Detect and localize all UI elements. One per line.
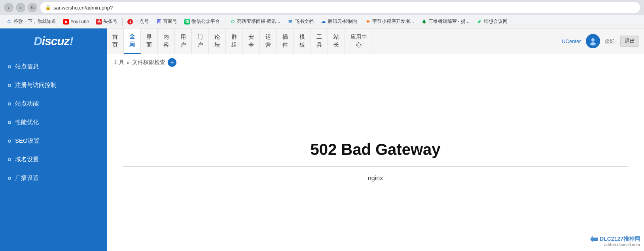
bookmark-sanweishu[interactable]: 🌲 三维树训练营 · 提... [418,17,473,26]
bookmark-huixiang[interactable]: 🖌 绘想会议网 [474,17,511,26]
google-icon: G [6,19,12,25]
bookmark-tencent-label: 腾讯云-控制台 [328,18,358,25]
bookmark-yidian[interactable]: 1 一点号 [124,17,152,26]
bookmark-tencent[interactable]: ☁ 腾讯云-控制台 [318,17,361,26]
sidebar-item-site-info[interactable]: 站点信息 [0,57,107,76]
bookmark-toutiao-label: 头条号 [103,18,117,25]
admin-body: 站点信息 注册与访问控制 站点功能 性能优化 SEO设置 域名设置 [0,54,644,251]
greeting-text: 您好, [605,38,616,45]
sidebar-item-register[interactable]: 注册与访问控制 [0,76,107,94]
sidebar-item-functions[interactable]: 站点功能 [0,94,107,113]
nav-right: UCenter 您好, 退出 [557,28,644,54]
browser-chrome: ‹ › ↻ 🔒 sanweishu.cn/admin.php? [0,0,644,15]
bytedance-icon: ❋ [365,19,371,25]
sidebar-label-site-info: 站点信息 [15,63,39,70]
bookmark-feishu[interactable]: ✉ 飞书文档 [284,17,317,26]
feishu-icon: ✉ [288,19,293,25]
sidebar-label-seo: SEO设置 [15,137,40,145]
breadcrumb-current: 文件权限检查 [132,59,165,66]
tab-template[interactable]: 模板 [294,28,311,54]
error-server: nginx [368,175,383,182]
sidebar-dot [8,177,11,180]
toutiao-icon: 头 [96,19,102,25]
tab-global[interactable]: 全局 [124,28,141,54]
admin-wrapper: Discuz! 首页 全局 界面 内容 用户 门户 论坛 群组 安全 运营 插件… [0,28,644,251]
sidebar: 站点信息 注册与访问控制 站点功能 性能优化 SEO设置 域名设置 [0,54,107,251]
bookmark-lianghuo[interactable]: ⬡ 亮话宝塔面板·腾讯... [227,17,283,26]
address-bar[interactable]: 🔒 sanweishu.cn/admin.php? [40,2,640,13]
admin-header: Discuz! 首页 全局 界面 内容 用户 门户 论坛 群组 安全 运营 插件… [0,28,644,54]
tab-plugin[interactable]: 插件 [277,28,294,54]
bookmark-toutiao[interactable]: 头 头条号 [93,17,121,26]
divider-2 [225,18,225,26]
bookmark-weixin[interactable]: 微 微信公众平台 [181,17,223,26]
huixiang-icon: 🖌 [477,19,482,25]
nav-tabs: 首页 全局 界面 内容 用户 门户 论坛 群组 安全 运营 插件 模板 工具 站… [107,28,557,54]
tab-user[interactable]: 用户 [175,28,192,54]
bookmark-feishu-label: 飞书文档 [295,18,314,25]
tencent-icon: ☁ [321,19,326,25]
youtube-icon: ▶ [63,19,69,25]
back-button[interactable]: ‹ [4,3,13,12]
sidebar-label-performance: 性能优化 [15,119,39,126]
logo: Discuz! [34,34,73,48]
sidebar-dot [8,84,11,87]
sidebar-item-domain[interactable]: 域名设置 [0,150,107,169]
url-text: sanweishu.cn/admin.php? [53,5,113,11]
sidebar-item-seo[interactable]: SEO设置 [0,132,107,150]
tab-operation[interactable]: 运营 [260,28,277,54]
browser-controls: ‹ › ↻ [4,3,37,12]
sidebar-label-functions: 站点功能 [15,100,39,108]
tab-group[interactable]: 群组 [226,28,243,54]
bookmark-sanweishu-label: 三维树训练营 · 提... [428,18,470,25]
svg-point-1 [590,42,596,45]
bookmark-weixin-label: 微信公众平台 [191,18,220,25]
error-page: 502 Bad Gateway nginx [107,71,644,251]
tab-webmaster[interactable]: 站长 [328,28,345,54]
divider-1 [122,18,123,26]
bookmark-huixiang-label: 绘想会议网 [484,18,508,25]
main-content: 工具 » 文件权限检查 + 502 Bad Gateway nginx [107,54,644,251]
sidebar-dot [8,158,11,161]
bookmark-yidian-label: 一点号 [134,18,149,25]
sidebar-label-domain: 域名设置 [15,156,39,163]
sanweishu-icon: 🌲 [421,19,427,25]
tab-home[interactable]: 首页 [107,28,124,54]
bookmark-youtube[interactable]: ▶ YouTube [60,18,92,26]
bookmark-bytedance[interactable]: ❋ 字节小程序开发者... [362,17,417,26]
lock-icon: 🔒 [45,5,51,10]
sidebar-dot [8,102,11,106]
sidebar-dot [8,140,11,143]
sidebar-item-performance[interactable]: 性能优化 [0,113,107,132]
weixin-icon: 微 [184,19,190,25]
sidebar-label-register: 注册与访问控制 [15,81,57,89]
sidebar-dot [8,65,11,68]
breadcrumb-tool[interactable]: 工具 [113,59,124,66]
forward-button[interactable]: › [16,3,25,12]
breadcrumb-separator: » [127,59,130,66]
logout-button[interactable]: 退出 [620,36,639,47]
bookmark-lianghuo-label: 亮话宝塔面板·腾讯... [237,18,280,25]
yidian-icon: 1 [127,19,133,25]
breadcrumb-add-button[interactable]: + [168,58,176,67]
sidebar-item-broadcast[interactable]: 广播设置 [0,169,107,187]
sidebar-label-broadcast: 广播设置 [15,174,39,182]
bookmarks-bar: G 谷歌一下，你就知道 ▶ YouTube 头 头条号 1 一点号 百 百家号 … [0,15,644,28]
bookmark-baidu[interactable]: 百 百家号 [153,17,180,26]
tab-portal[interactable]: 门户 [192,28,209,54]
baijiahao-icon: 百 [156,19,161,25]
bookmark-google-label: 谷歌一下，你就知道 [13,18,56,25]
error-title: 502 Bad Gateway [310,141,440,159]
bookmark-baidu-label: 百家号 [163,18,177,25]
bookmark-google[interactable]: G 谷歌一下，你就知道 [3,17,59,26]
svg-point-0 [591,38,595,42]
tab-tool[interactable]: 工具 [311,28,328,54]
tab-apps[interactable]: 应用中心 [345,28,373,54]
tab-content[interactable]: 内容 [158,28,175,54]
tab-security[interactable]: 安全 [243,28,260,54]
tab-forum[interactable]: 论坛 [209,28,226,54]
user-avatar [586,34,600,48]
ucenter-link[interactable]: UCenter [562,38,581,44]
tab-interface[interactable]: 界面 [141,28,158,54]
refresh-button[interactable]: ↻ [28,3,37,12]
